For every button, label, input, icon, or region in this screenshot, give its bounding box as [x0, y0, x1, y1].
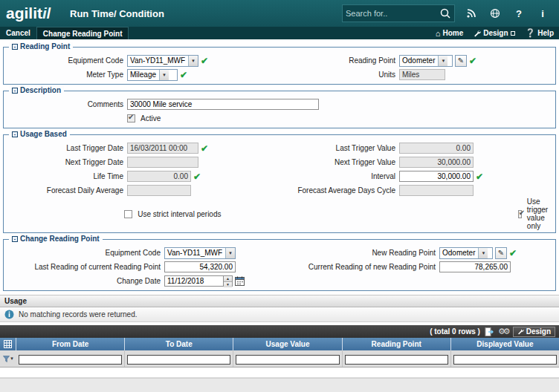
crp-equipment-code-label: Equipment Code: [7, 249, 164, 257]
use-strict-interval-periods-checkbox[interactable]: [124, 210, 132, 218]
filter-input-reading-point[interactable]: [345, 355, 448, 365]
last-trigger-date-label: Last Trigger Date: [7, 144, 127, 152]
edit-icon[interactable]: ✎: [495, 247, 507, 259]
help-circle-icon: ❔: [526, 28, 536, 38]
last-reading-input[interactable]: 54,320.00: [164, 261, 236, 272]
valid-check-icon: ✔: [476, 172, 483, 181]
design-button[interactable]: Design: [468, 27, 520, 39]
edit-icon[interactable]: ✎: [455, 55, 467, 67]
fieldset-usage-based: - Usage Based Last Trigger Date 16/03/20…: [3, 134, 556, 233]
last-trigger-date-field: 16/03/2011 00:00: [127, 143, 198, 154]
search-icon[interactable]: [439, 7, 451, 19]
collapse-icon[interactable]: -: [12, 88, 18, 94]
last-trigger-value-field: 0.00: [399, 143, 474, 154]
collapse-icon[interactable]: -: [12, 131, 18, 137]
header: agiliti/ Run Time/ Condition ? i: [0, 0, 559, 27]
chevron-down-icon: ▼: [438, 56, 447, 66]
change-date-label: Change Date: [7, 277, 164, 285]
interval-label: Interval: [270, 172, 399, 180]
next-trigger-value-label: Next Trigger Value: [270, 158, 399, 166]
home-button[interactable]: ⌂ Home: [430, 27, 468, 39]
step-down-icon: ▼: [224, 282, 232, 287]
collapse-icon[interactable]: -: [12, 236, 18, 242]
chevron-down-icon: ▼: [478, 248, 488, 258]
meter-type-select[interactable]: Mileage ▼: [127, 69, 178, 81]
meter-type-label: Meter Type: [7, 71, 127, 79]
step-up-icon: ▲: [224, 276, 232, 282]
next-trigger-date-field: [127, 157, 198, 168]
crp-equipment-code-select[interactable]: Van-YD11_MWF ▼: [164, 247, 236, 259]
agility-logo: agiliti/: [6, 4, 70, 22]
valid-check-icon: ✔: [201, 56, 208, 65]
forecast-average-days-cycle-field: [399, 185, 474, 196]
column-header-usage-value[interactable]: Usage Value: [233, 338, 342, 350]
use-strict-interval-periods-label: Use strict interval periods: [138, 210, 221, 218]
fieldset-usage-based-legend: - Usage Based: [9, 130, 70, 138]
chevron-down-icon: ▼: [225, 248, 235, 258]
home-icon: ⌂: [436, 29, 441, 38]
search-box[interactable]: [342, 4, 455, 22]
tab-change-reading-point[interactable]: Change Reading Point: [36, 27, 129, 39]
new-reading-point-select[interactable]: Odometer ▼: [439, 247, 493, 259]
search-input[interactable]: [346, 9, 439, 18]
app-window: agiliti/ Run Time/ Condition ? i Cancel …: [0, 0, 559, 392]
last-reading-label: Last Reading of current Reading Point: [7, 263, 164, 271]
spacer: [0, 378, 559, 392]
fieldset-reading-point-legend: - Reading Point: [9, 42, 73, 50]
forecast-daily-average-label: Forecast Daily Average: [7, 186, 127, 195]
help-icon[interactable]: ?: [513, 7, 525, 19]
reading-point-select[interactable]: Odometer ▼: [399, 55, 453, 67]
date-stepper[interactable]: ▲▼: [224, 275, 233, 287]
equipment-code-label: Equipment Code: [7, 56, 127, 65]
grid-corner-icon[interactable]: [0, 338, 16, 350]
valid-check-icon: ✔: [509, 249, 517, 258]
life-time-label: Life Time: [7, 172, 127, 180]
usage-section-header[interactable]: Usage: [0, 295, 559, 307]
nav-toolbar: Cancel Change Reading Point ⌂ Home Desig…: [0, 27, 559, 39]
filter-input-usage-value[interactable]: [236, 355, 339, 365]
comments-input[interactable]: 30000 Mile service: [127, 99, 319, 110]
export-icon[interactable]: [485, 327, 494, 336]
interval-input[interactable]: 30,000.00: [399, 171, 474, 182]
filter-input-to-date[interactable]: [127, 355, 230, 365]
change-date-input[interactable]: 11/12/2018: [164, 275, 224, 287]
column-header-to-date[interactable]: To Date: [125, 338, 233, 350]
forecast-daily-average-field: [127, 185, 191, 196]
filter-input-from-date[interactable]: [19, 355, 122, 365]
current-reading-input[interactable]: 78,265.00: [439, 261, 511, 272]
usage-table: From Date To Date Usage Value Reading Po…: [0, 338, 559, 378]
filter-input-displayed-value[interactable]: [453, 355, 557, 365]
valid-check-icon: ✔: [469, 56, 476, 65]
column-header-reading-point[interactable]: Reading Point: [343, 338, 451, 350]
grid-design-button[interactable]: Design: [513, 327, 555, 337]
filter-menu-icon[interactable]: ▾: [10, 356, 13, 362]
valid-check-icon: ✔: [201, 144, 208, 153]
calendar-icon[interactable]: [235, 276, 245, 286]
equipment-code-select[interactable]: Van-YD11_MWF ▼: [127, 55, 198, 67]
fieldset-description: - Description Comments 30000 Mile servic…: [3, 91, 556, 128]
wrench-icon: [517, 328, 524, 335]
last-trigger-value-label: Last Trigger Value: [270, 144, 399, 152]
next-trigger-date-label: Next Trigger Date: [7, 158, 127, 166]
rss-icon[interactable]: [465, 7, 477, 19]
info-icon[interactable]: i: [537, 7, 549, 19]
collapse-icon[interactable]: -: [12, 44, 18, 50]
globe-icon[interactable]: [489, 7, 501, 19]
current-reading-label: Current Reading of new Reading Point: [303, 263, 439, 271]
units-label: Units: [270, 71, 399, 79]
use-trigger-value-only-checkbox[interactable]: [518, 210, 522, 218]
chevron-down-icon: ▼: [188, 56, 198, 66]
form-area: - Reading Point Equipment Code Van-YD11_…: [0, 39, 559, 291]
cancel-button[interactable]: Cancel: [0, 29, 36, 37]
usage-table-header: From Date To Date Usage Value Reading Po…: [0, 338, 559, 350]
active-checkbox[interactable]: [127, 114, 135, 122]
usage-filter-row: ▾: [0, 350, 559, 368]
help-button[interactable]: ❔ Help: [520, 27, 559, 39]
filter-funnel-icon[interactable]: [3, 356, 10, 362]
column-header-displayed-value[interactable]: Displayed Value: [451, 338, 559, 350]
settings-gears-icon[interactable]: ⚙⚙: [498, 327, 508, 336]
valid-check-icon: ✔: [193, 172, 201, 181]
wrench-icon: [474, 30, 481, 37]
column-header-from-date[interactable]: From Date: [16, 338, 125, 350]
use-trigger-value-only-label: Use trigger value only: [527, 197, 552, 230]
